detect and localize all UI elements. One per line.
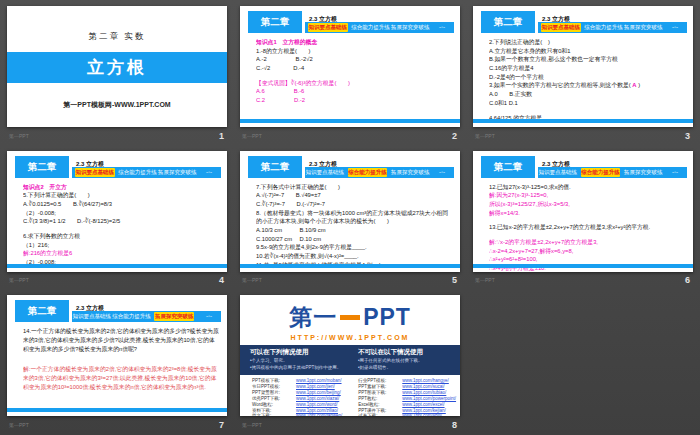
content-slide[interactable]: 第二章 2.3 立方根 知识要点基础练综合能力提升练拓展探究突破练-◦- 12.… — [473, 151, 693, 272]
tab-1[interactable]: 知识要点基础练 — [305, 167, 345, 178]
tab-1[interactable]: 知识要点基础练 — [538, 167, 578, 178]
tab-2[interactable]: 综合能力提升练 — [584, 22, 624, 33]
thumbnail-cell-7: 第二章 2.3 立方根 知识要点基础练综合能力提升练拓展探究突破练-◦- 14.… — [7, 295, 227, 429]
tab-2[interactable]: 综合能力提升练 — [348, 168, 388, 177]
text-line: A.立方根是它本身的数只有0和1 — [489, 47, 685, 56]
thumbnail-watermark: 第一PPT — [242, 133, 262, 139]
footer-strip — [7, 264, 227, 268]
header-right: 2.3 立方根 知识要点基础练综合能力提升练拓展探究突破练-◦- — [305, 156, 454, 178]
site-credit: 第一PPT模板网-WWW.1PPT.COM — [7, 100, 227, 110]
content-slide[interactable]: 第二章 2.3 立方根 知识要点基础练综合能力提升练拓展探究突破练-◦- 2.下… — [473, 6, 693, 127]
tab-1[interactable]: 知识要点基础练 — [75, 168, 115, 177]
tab-3[interactable]: 拓展探究突破练 — [157, 167, 197, 178]
text-line: C.1000/27 cm D.10 cm — [256, 235, 452, 244]
slide-title-banner: 立方根 — [7, 52, 227, 83]
footer-strip — [473, 119, 693, 123]
header-right: 2.3 立方根 知识要点基础练综合能力提升练拓展探究突破练-◦- — [72, 300, 221, 322]
text-line: 知识点1 立方根的概念 — [256, 38, 452, 47]
tab-3[interactable]: 拓展探究突破练 — [623, 22, 663, 33]
slide-body: 7.下列各式中计算正确的是( )A.√(-7)²=-7 B.√49=±7C.∛(… — [240, 178, 460, 270]
section-row: 2.3 立方根 — [305, 11, 454, 22]
link-url[interactable]: www.1ppt.com/shiti/ — [402, 413, 442, 416]
tab-3[interactable]: 拓展探究突破练 — [390, 167, 430, 178]
tab-2[interactable]: 综合能力提升练 — [118, 167, 158, 178]
content-slide[interactable]: 第二章 2.3 立方根 知识要点基础练综合能力提升练拓展探究突破练-◦- 7.下… — [240, 151, 460, 272]
slide-header: 第二章 2.3 立方根 知识要点基础练综合能力提升练拓展探究突破练-◦- — [240, 151, 460, 178]
license-can: 可以在下列情况使用 •个人学习、研究。•拷贝模板中的内容用于其他PPT制作中使用… — [250, 348, 342, 371]
content-slide[interactable]: 第二章 2.3 立方根 知识要点基础练综合能力提升练拓展探究突破练-◦- 知识点… — [7, 151, 227, 272]
nav-widget[interactable]: -◦- — [663, 167, 687, 178]
footer-strip — [7, 408, 227, 412]
page-number: 8 — [452, 420, 457, 430]
logo-dash-icon — [340, 315, 360, 320]
tab-3[interactable]: 拓展探究突破练 — [623, 167, 663, 178]
header-right: 2.3 立方根 知识要点基础练综合能力提升练拓展探究突破练-◦- — [72, 156, 221, 178]
nav-widget[interactable]: -◦- — [197, 167, 221, 178]
content-slide[interactable]: 第二章 2.3 立方根 知识要点基础练综合能力提升练拓展探究突破练-◦- 知识点… — [240, 6, 460, 127]
title-slide[interactable]: 第二章 实数 立方根 第一PPT模板网-WWW.1PPT.COM — [7, 6, 227, 127]
chapter-badge: 第二章 — [15, 300, 69, 322]
brand-url[interactable]: HTTP://WWW.1PPT.COM — [240, 334, 460, 341]
header-right: 2.3 立方根 知识要点基础练综合能力提升练拓展探究突破练-◦- — [538, 156, 687, 178]
text-line: C.2 D.-2 — [256, 96, 452, 105]
text-line: 1.-8的立方根是( ) — [256, 47, 452, 56]
tab-2[interactable]: 综合能力提升练 — [581, 168, 621, 177]
logo-text-right: PPT — [363, 304, 411, 331]
text-line: A.-2 B.-2√2 — [256, 55, 452, 64]
tab-1[interactable]: 知识要点基础练 — [72, 311, 112, 322]
slide-body: 知识点2 开立方5.下列计算正确的是( )A.∛0.0125=0.5 B.∛(6… — [7, 178, 227, 272]
thumbnail-cell-3: 第二章 2.3 立方根 知识要点基础练综合能力提升练拓展探究突破练-◦- 2.下… — [473, 6, 693, 140]
text-line: A.√(-7)²=-7 B.√49=±7 — [256, 191, 452, 200]
link-label: 试卷下载: — [358, 413, 402, 416]
nav-widget[interactable]: -◦- — [430, 167, 454, 178]
text-line: 解得x=14/3. — [489, 209, 685, 218]
text-segment: ) — [637, 82, 641, 88]
text-line: C.0和1 D.1 — [489, 99, 685, 108]
thumbnail-watermark: 第一PPT — [242, 422, 262, 428]
text-line: 解:因为27(x-3)³-125=0, — [489, 191, 685, 200]
text-line: B.如果一个数有立方根,那么这个数也一定有平方根 — [489, 55, 685, 64]
chapter-badge: 第二章 — [15, 156, 69, 178]
license-cannot: 不可以在以下情况使用 •用于任何形式的在线付费下载。•刻录光碟销售。 — [358, 348, 450, 371]
text-line: 9.5x-9的立方根是4,则2x-9的平方根是____. — [256, 243, 452, 252]
text-line: 知识点2 开立方 — [23, 183, 219, 192]
nav-widget[interactable]: -◦- — [430, 22, 454, 33]
content-slide[interactable]: 第二章 2.3 立方根 知识要点基础练综合能力提升练拓展探究突破练-◦- 14.… — [7, 295, 227, 416]
text-line: D.-2是4的一个平方根 — [489, 73, 685, 82]
slide-body: 2.下列说法正确的是( )A.立方根是它本身的数只有0和1B.如果一个数有立方根… — [473, 33, 693, 122]
thumbnail-watermark: 第一PPT — [475, 277, 495, 283]
text-line: 12.已知27(x-3)³-125=0,求x的值. — [489, 183, 685, 192]
page-number: 3 — [685, 131, 690, 141]
tab-1[interactable]: 知识要点基础练 — [541, 23, 581, 32]
section-row: 2.3 立方根 — [72, 300, 221, 311]
tab-2[interactable]: 综合能力提升练 — [351, 22, 391, 33]
text-line: C.-√2 D.-4 — [256, 64, 452, 73]
slide-header: 第二章 2.3 立方根 知识要点基础练综合能力提升练拓展探究突破练-◦- — [7, 151, 227, 178]
tab-3[interactable]: 拓展探究突破练 — [154, 312, 194, 321]
link-row: 试卷下载:www.1ppt.com/shiti/ — [358, 413, 456, 416]
tab-2[interactable]: 综合能力提升练 — [112, 311, 152, 322]
logo-text-left: 第一 — [289, 302, 337, 333]
section-row: 2.3 立方根 — [305, 156, 454, 167]
tab-1[interactable]: 知识要点基础练 — [308, 23, 348, 32]
links-section: PPT模板下载:www.1ppt.com/moban/节日PPT模板:www.1… — [240, 375, 460, 416]
section-row: 2.3 立方根 — [72, 156, 221, 167]
nav-widget[interactable]: -◦- — [663, 22, 687, 33]
thumbnail-cell-4: 第二章 2.3 立方根 知识要点基础练综合能力提升练拓展探究突破练-◦- 知识点… — [7, 151, 227, 285]
text-line: ∴x-2=4,2x+y+7=27,解得x=6,y=8, — [489, 247, 685, 256]
link-url[interactable]: www.1ppt.com/fanwen/ — [296, 413, 342, 416]
tab-bar: 知识要点基础练综合能力提升练拓展探究突破练-◦- — [305, 22, 454, 33]
tab-3[interactable]: 拓展探究突破练 — [390, 22, 430, 33]
page-number: 1 — [219, 131, 224, 141]
chapter-badge: 第二章 — [248, 156, 302, 178]
section-row: 2.3 立方根 — [538, 156, 687, 167]
text-line: C.∛(-7)³=-7 D.(-√7)²=-7 — [256, 200, 452, 209]
text-line: A.∛0.0125=0.5 B.∛(64/27)=8/3 — [23, 200, 219, 209]
text-line: 10.若∛(x-4)²的值为正数,则√(4-x)²=____. — [256, 252, 452, 261]
license-can-title: 可以在下列情况使用 — [250, 348, 342, 357]
links-column-left: PPT模板下载:www.1ppt.com/moban/节日PPT模板:www.1… — [252, 378, 342, 416]
brand-slide[interactable]: 第一 PPT HTTP://WWW.1PPT.COM 可以在下列情况使用 •个人… — [240, 295, 460, 416]
text-line: （1）216; — [23, 241, 219, 250]
nav-widget[interactable]: -◦- — [197, 311, 221, 322]
text-line: 【变式巩固】∛(-6)³的立方根是( ) — [256, 79, 452, 88]
